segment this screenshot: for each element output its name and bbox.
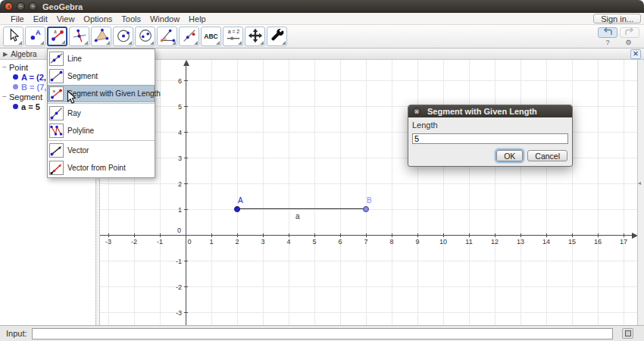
x-tick-label: 8 xyxy=(385,238,399,246)
menu-item-segment-with-given-length[interactable]: aSegment with Given Length xyxy=(48,85,155,102)
y-tick-label: 3 xyxy=(165,155,182,162)
grid-line-vertical xyxy=(521,60,521,325)
move-tool-button[interactable] xyxy=(3,27,23,46)
menu-item-polyline[interactable]: Polyline xyxy=(48,122,155,139)
y-tick-mark xyxy=(184,286,188,287)
help-button[interactable]: ? xyxy=(605,39,609,46)
x-tick-label: 2 xyxy=(230,238,244,246)
segment-a[interactable] xyxy=(237,208,366,209)
x-tick-label: 7 xyxy=(359,238,373,246)
menu-file[interactable]: File xyxy=(6,14,29,23)
menu-edit[interactable]: Edit xyxy=(29,14,52,23)
customize-tool-button[interactable] xyxy=(267,27,287,46)
x-tick-label: 1 xyxy=(205,238,218,246)
menu-tools[interactable]: Tools xyxy=(117,14,145,23)
window-title: GeoGebra xyxy=(42,2,83,11)
grid-line-vertical xyxy=(340,60,341,325)
dialog-close-icon[interactable]: ✕ xyxy=(413,108,420,115)
ok-button[interactable]: OK xyxy=(496,150,523,161)
transform-tool-button[interactable] xyxy=(179,27,199,46)
toolbar: A a ABC xyxy=(0,25,644,48)
window-minimize-button[interactable]: − xyxy=(17,2,25,11)
y-tick-mark xyxy=(184,209,188,210)
window-maximize-button[interactable]: + xyxy=(29,2,37,11)
cancel-button[interactable]: Cancel xyxy=(527,150,567,161)
gear-icon[interactable]: ⚙ xyxy=(625,39,631,46)
tool-dropdown-arrow-icon xyxy=(150,41,154,45)
menu-item-vector[interactable]: Vector xyxy=(48,142,155,159)
polygon-tool-button[interactable] xyxy=(91,27,111,46)
x-tick-mark xyxy=(237,233,238,237)
tool-dropdown-arrow-icon xyxy=(61,40,65,44)
graphics-canvas[interactable]: -3-2-101234567891011121314151617654321-1… xyxy=(100,60,644,325)
tool-dropdown-arrow-icon xyxy=(172,41,176,45)
svg-text:A: A xyxy=(36,29,41,36)
x-tick-mark xyxy=(521,233,521,237)
graphics-close-icon[interactable]: ✕ xyxy=(630,49,641,59)
object-visibility-dot-icon[interactable] xyxy=(13,74,18,80)
point-B[interactable] xyxy=(363,206,369,212)
segment-icon xyxy=(49,69,64,83)
point-tool-button[interactable]: A xyxy=(25,27,45,46)
y-tick-mark xyxy=(184,183,188,184)
window-close-button[interactable]: x xyxy=(5,2,13,11)
menu-item-ray[interactable]: Ray xyxy=(48,105,155,122)
x-tick-mark xyxy=(134,233,135,237)
y-tick-label: 6 xyxy=(165,77,182,85)
tool-dropdown-arrow-icon xyxy=(282,41,286,45)
x-tick-label: 13 xyxy=(514,238,527,246)
menu-item-vector-from-point[interactable]: Vector from Point xyxy=(48,159,155,177)
y-tick-mark xyxy=(184,158,188,158)
x-tick-label: 12 xyxy=(488,238,502,246)
segment-tool-button-active[interactable]: a xyxy=(47,27,67,46)
conic-tool-button[interactable] xyxy=(135,27,155,46)
undo-button[interactable] xyxy=(598,27,617,38)
tree-collapse-icon[interactable]: − xyxy=(0,92,9,101)
y-tick-mark xyxy=(184,132,188,133)
input-help-button[interactable] xyxy=(622,328,633,339)
menu-options[interactable]: Options xyxy=(79,14,117,23)
object-visibility-dot-icon[interactable] xyxy=(13,84,18,89)
sign-in-button[interactable]: Sign in... xyxy=(593,14,641,23)
graphics-view: ✕ -3-2-101234567891011121314151617654321… xyxy=(100,48,644,325)
tree-collapse-icon[interactable]: − xyxy=(0,63,9,71)
x-tick-label: 14 xyxy=(539,238,553,246)
tool-dropdown-arrow-icon xyxy=(260,41,264,45)
grid-line-vertical xyxy=(469,60,470,325)
text-tool-button[interactable]: ABC xyxy=(201,27,221,46)
command-input[interactable] xyxy=(32,328,613,339)
menu-item-label: Vector from Point xyxy=(67,164,126,172)
vector-from-point-icon xyxy=(49,161,64,175)
menu-item-line[interactable]: Line xyxy=(48,50,155,67)
y-axis-arrow-icon xyxy=(183,60,189,66)
y-tick-label: 2 xyxy=(165,180,182,188)
redo-button[interactable] xyxy=(620,27,639,38)
menu-help[interactable]: Help xyxy=(184,14,211,23)
point-A[interactable] xyxy=(234,206,240,212)
y-tick-label: 4 xyxy=(165,129,182,136)
tool-dropdown-arrow-icon xyxy=(216,41,220,45)
slider-tool-button[interactable]: a = 2 xyxy=(223,27,243,46)
input-bar: Input: xyxy=(0,325,644,341)
x-tick-mark xyxy=(314,233,315,237)
object-visibility-dot-icon[interactable] xyxy=(13,104,18,109)
special-line-tool-button[interactable] xyxy=(69,27,89,46)
x-tick-label: -3 xyxy=(102,238,115,246)
y-axis xyxy=(186,62,186,325)
grid-line-vertical xyxy=(392,60,392,325)
x-tick-mark xyxy=(263,233,264,237)
angle-tool-button[interactable] xyxy=(157,27,177,46)
menu-item-label: Vector xyxy=(67,146,89,155)
input-help-icon xyxy=(625,330,631,336)
menu-item-label: Segment with Given Length xyxy=(67,89,161,98)
menu-window[interactable]: Window xyxy=(145,14,184,23)
move-graphics-view-button[interactable] xyxy=(245,27,265,46)
circle-tool-button[interactable] xyxy=(113,27,133,46)
length-input[interactable] xyxy=(412,133,568,144)
menu-view[interactable]: View xyxy=(52,14,80,23)
menu-item-segment[interactable]: Segment xyxy=(48,67,155,85)
tool-dropdown-arrow-icon xyxy=(128,41,132,45)
segment-given-length-icon: a xyxy=(49,86,64,101)
collapse-chevron-icon[interactable]: ◂ xyxy=(638,180,641,186)
x-tick-label: 0 xyxy=(183,238,196,246)
